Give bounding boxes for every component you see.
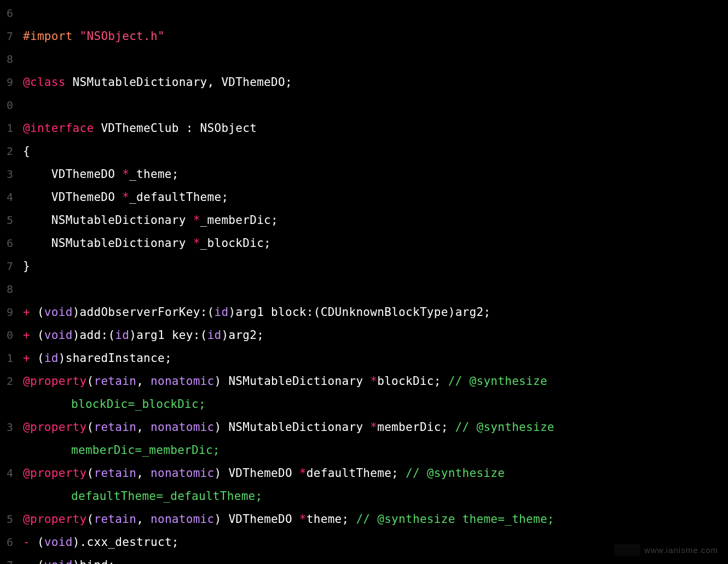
code-line[interactable]: 7 - (void)bind;: [0, 555, 728, 564]
code-line[interactable]: 1 + (id)sharedInstance;: [0, 348, 728, 371]
code-line-wrap[interactable]: memberDic=_memberDic;: [0, 440, 728, 463]
space-token: [30, 536, 37, 549]
code-line[interactable]: 0: [0, 95, 728, 118]
paren-token: ): [215, 375, 222, 388]
code-content[interactable]: memberDic=_memberDic;: [16, 440, 220, 456]
paren-token: ): [59, 352, 66, 365]
code-content[interactable]: + (void)addObserverForKey:(id)arg1 block…: [16, 302, 490, 318]
code-content[interactable]: + (id)sharedInstance;: [16, 348, 172, 364]
code-content[interactable]: VDThemeDO *_theme;: [16, 164, 179, 180]
code-line[interactable]: 5 NSMutableDictionary *_memberDic;: [0, 210, 728, 233]
keyword-token: @property: [23, 467, 87, 480]
comment-token: // @synthesize theme=_theme;: [356, 513, 554, 526]
code-content[interactable]: {: [16, 141, 30, 157]
code-content[interactable]: @property(retain, nonatomic) NSMutableDi…: [16, 371, 554, 387]
code-line[interactable]: 8: [0, 49, 728, 72]
code-line[interactable]: 3 @property(retain, nonatomic) NSMutable…: [0, 417, 728, 440]
keyword-token: @property: [23, 513, 87, 526]
line-number: 9: [0, 72, 16, 88]
line-number: [0, 440, 16, 445]
code-content[interactable]: + (void)add:(id)arg1 key:(id)arg2;: [16, 325, 264, 341]
code-content[interactable]: @property(retain, nonatomic) NSMutableDi…: [16, 417, 562, 433]
type-token: id: [115, 329, 129, 342]
line-number: 4: [0, 187, 16, 203]
paren-token: (: [200, 329, 207, 342]
line-number: 8: [0, 49, 16, 65]
code-line[interactable]: 0 + (void)add:(id)arg1 key:(id)arg2;: [0, 325, 728, 348]
paren-token: (: [87, 375, 94, 388]
code-line[interactable]: 6 NSMutableDictionary *_blockDic;: [0, 233, 728, 256]
method-token: bind;: [80, 559, 115, 564]
code-content[interactable]: - (void).cxx_destruct;: [16, 532, 179, 548]
paren-token: ): [129, 329, 136, 342]
code-line[interactable]: 5 @property(retain, nonatomic) VDThemeDO…: [0, 509, 728, 532]
type-token: VDThemeDO: [23, 168, 122, 181]
code-content[interactable]: [16, 95, 23, 100]
identifier-token: theme;: [307, 513, 356, 526]
code-content[interactable]: #import "NSObject.h": [16, 26, 165, 42]
identifier-token: memberDic;: [377, 421, 455, 434]
code-line[interactable]: 9 + (void)addObserverForKey:(id)arg1 blo…: [0, 302, 728, 325]
line-number: 7: [0, 26, 16, 42]
code-line[interactable]: 9 @class NSMutableDictionary, VDThemeDO;: [0, 72, 728, 95]
code-content[interactable]: @property(retain, nonatomic) VDThemeDO *…: [16, 509, 554, 525]
code-editor[interactable]: 6 7 #import "NSObject.h" 8 9 @class NSMu…: [0, 0, 728, 564]
code-line[interactable]: 7 }: [0, 256, 728, 279]
code-content[interactable]: }: [16, 256, 30, 272]
code-content[interactable]: [16, 279, 23, 284]
brace-token: {: [23, 145, 30, 158]
line-number: 1: [0, 348, 16, 364]
line-number: 9: [0, 302, 16, 318]
code-content[interactable]: defaultTheme=_defaultTheme;: [16, 486, 262, 502]
identifier-token: _theme;: [129, 168, 179, 181]
keyword-token: @property: [23, 421, 87, 434]
code-content[interactable]: VDThemeDO *_defaultTheme;: [16, 187, 228, 203]
arg-token: arg1 key:: [136, 329, 200, 342]
code-content[interactable]: NSMutableDictionary *_blockDic;: [16, 233, 271, 249]
code-line[interactable]: 4 VDThemeDO *_defaultTheme;: [0, 187, 728, 210]
line-number: 6: [0, 233, 16, 249]
identifier-token: NSMutableDictionary, VDThemeDO;: [66, 76, 292, 89]
attr-token: retain: [94, 375, 136, 388]
arg-token: arg2;: [455, 306, 491, 319]
attr-token: retain: [94, 513, 136, 526]
code-content[interactable]: @property(retain, nonatomic) VDThemeDO *…: [16, 463, 512, 479]
code-line[interactable]: 6: [0, 3, 728, 26]
paren-token: ): [222, 329, 229, 342]
identifier-token: VDThemeClub : NSObject: [94, 122, 257, 135]
code-line[interactable]: 7 #import "NSObject.h": [0, 26, 728, 49]
brace-token: }: [23, 260, 30, 273]
code-content[interactable]: @class NSMutableDictionary, VDThemeDO;: [16, 72, 292, 88]
line-number: 6: [0, 532, 16, 548]
code-line[interactable]: 2 @property(retain, nonatomic) NSMutable…: [0, 371, 728, 394]
attr-token: retain: [94, 467, 136, 480]
comma-token: ,: [136, 421, 151, 434]
code-content[interactable]: - (void)bind;: [16, 555, 115, 564]
code-content[interactable]: [16, 49, 23, 54]
code-line-wrap[interactable]: defaultTheme=_defaultTheme;: [0, 486, 728, 509]
code-content[interactable]: [16, 3, 23, 8]
keyword-token: @class: [23, 76, 66, 89]
code-line[interactable]: 1 @interface VDThemeClub : NSObject: [0, 118, 728, 141]
line-number: 7: [0, 555, 16, 564]
type-token: NSMutableDictionary: [221, 375, 370, 388]
identifier-token: _defaultTheme;: [129, 191, 228, 204]
code-line[interactable]: 2 {: [0, 141, 728, 164]
type-token: void: [44, 306, 73, 319]
code-line[interactable]: 8: [0, 279, 728, 302]
comma-token: ,: [136, 467, 151, 480]
code-line[interactable]: 3 VDThemeDO *_theme;: [0, 164, 728, 187]
string-token: "NSObject.h": [73, 30, 165, 43]
line-number: [0, 394, 16, 399]
code-content[interactable]: NSMutableDictionary *_memberDic;: [16, 210, 278, 226]
type-token: void: [44, 559, 73, 564]
code-content[interactable]: @interface VDThemeClub : NSObject: [16, 118, 257, 134]
code-line[interactable]: 4 @property(retain, nonatomic) VDThemeDO…: [0, 463, 728, 486]
comment-token: // @synthesize: [455, 421, 562, 434]
type-token: VDThemeDO: [23, 191, 122, 204]
paren-token: ): [215, 421, 222, 434]
code-content[interactable]: blockDic=_blockDic;: [16, 394, 206, 410]
keyword-token: @interface: [23, 122, 94, 135]
code-line-wrap[interactable]: blockDic=_blockDic;: [0, 394, 728, 417]
paren-token: ): [448, 306, 455, 319]
